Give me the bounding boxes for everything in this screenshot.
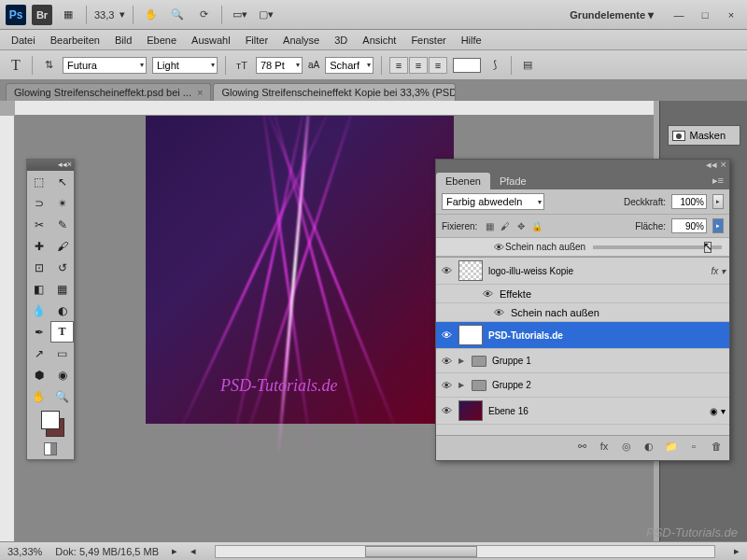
hand-tool-icon[interactable]: ✋ xyxy=(141,5,162,25)
status-doc-size[interactable]: Dok: 5,49 MB/16,5 MB xyxy=(55,546,159,557)
panel-menu-icon[interactable]: ▸≡ xyxy=(707,172,729,189)
masks-panel-button[interactable]: Masken xyxy=(668,125,740,146)
layer-row[interactable]: 👁 logo-illu-weiss Kopie fx ▾ xyxy=(436,258,729,285)
doc-tab-2[interactable]: Glowing Streifenscheineffekt Kopie bei 3… xyxy=(213,83,456,101)
layer-group-row[interactable]: 👁 ▶ Gruppe 2 xyxy=(436,373,729,398)
smart-filter-icon[interactable]: ◉ ▾ xyxy=(710,406,726,416)
layer-group-row[interactable]: 👁 ▶ Gruppe 1 xyxy=(436,349,729,373)
menu-datei[interactable]: Datei xyxy=(4,35,43,46)
panel-close-icon[interactable]: × xyxy=(721,159,726,170)
character-panel-icon[interactable]: ▤ xyxy=(519,57,536,74)
tab-pfade[interactable]: Pfade xyxy=(490,173,536,189)
healing-tool[interactable]: ✚ xyxy=(27,235,50,257)
stamp-tool[interactable]: ⊡ xyxy=(27,257,50,278)
new-group-icon[interactable]: 📁 xyxy=(664,439,679,454)
menu-3d[interactable]: 3D xyxy=(327,35,355,46)
menu-ebene[interactable]: Ebene xyxy=(139,35,184,46)
arrange-docs-icon[interactable]: ▭▾ xyxy=(230,5,250,25)
history-brush-tool[interactable]: ↺ xyxy=(50,257,74,278)
menu-hilfe[interactable]: Hilfe xyxy=(454,35,489,46)
visibility-icon[interactable]: 👁 xyxy=(481,288,494,300)
align-left-icon[interactable]: ≡ xyxy=(389,57,408,74)
fill-slider-popup[interactable]: 👁 Schein nach außen ↖ xyxy=(436,238,729,257)
marquee-tool[interactable]: ⬚ xyxy=(27,171,50,192)
expand-icon[interactable]: ▶ xyxy=(458,381,466,389)
visibility-icon[interactable]: 👁 xyxy=(440,356,453,367)
visibility-icon[interactable]: 👁 xyxy=(440,329,453,341)
fill-input[interactable]: 90% xyxy=(671,218,707,233)
visibility-icon[interactable]: 👁 xyxy=(492,242,505,253)
canvas[interactable]: PSD-Tutorials.de xyxy=(146,116,454,424)
layer-style-icon[interactable]: fx xyxy=(597,439,612,454)
type-tool[interactable]: T xyxy=(50,321,74,343)
minimize-icon[interactable]: — xyxy=(669,5,689,25)
lock-image-icon[interactable]: 🖌 xyxy=(499,219,512,232)
workspace-selector[interactable]: Grundelemente ▾ xyxy=(570,8,654,21)
doc-tab-1[interactable]: Glowing Streifenscheineffekt.psd bei ...… xyxy=(6,83,211,101)
zoom-level[interactable]: 33,3 xyxy=(94,9,114,21)
layer-thumbnail[interactable]: T xyxy=(458,325,483,345)
align-right-icon[interactable]: ≡ xyxy=(429,57,447,74)
warp-text-icon[interactable]: ⟆ xyxy=(486,57,503,74)
font-family-dropdown[interactable]: Futura xyxy=(63,57,147,74)
canvas-text[interactable]: PSD-Tutorials.de xyxy=(220,376,338,396)
font-size-dropdown[interactable]: 78 Pt xyxy=(256,57,303,74)
menu-bearbeiten[interactable]: Bearbeiten xyxy=(43,35,107,46)
maximize-icon[interactable]: □ xyxy=(695,5,715,25)
opacity-input[interactable]: 100% xyxy=(671,194,707,209)
fx-badge[interactable]: fx ▾ xyxy=(711,266,726,276)
lasso-tool[interactable]: ⊃ xyxy=(27,192,50,214)
link-layers-icon[interactable]: ⚯ xyxy=(574,439,589,454)
delete-layer-icon[interactable]: 🗑 xyxy=(709,439,724,454)
path-select-tool[interactable]: ↗ xyxy=(27,343,50,364)
hand-tool[interactable]: ✋ xyxy=(27,385,50,407)
screen-mode-icon[interactable]: ▢▾ xyxy=(256,5,276,25)
menu-filter[interactable]: Filter xyxy=(238,35,275,46)
status-zoom[interactable]: 33,33% xyxy=(7,546,42,557)
font-weight-dropdown[interactable]: Light xyxy=(152,57,218,74)
menu-ansicht[interactable]: Ansicht xyxy=(355,35,403,46)
layer-mask-icon[interactable]: ◎ xyxy=(619,439,634,454)
eraser-tool[interactable]: ◧ xyxy=(27,278,50,300)
shape-tool[interactable]: ▭ xyxy=(50,343,74,364)
bridge-logo[interactable]: Br xyxy=(32,5,52,25)
lock-transparency-icon[interactable]: ▦ xyxy=(483,219,496,232)
blur-tool[interactable]: 💧 xyxy=(27,300,50,321)
expand-icon[interactable]: ▶ xyxy=(458,357,466,365)
quick-mask-toggle[interactable] xyxy=(44,442,57,455)
visibility-icon[interactable]: 👁 xyxy=(492,307,505,318)
visibility-icon[interactable]: 👁 xyxy=(440,405,453,416)
antialias-dropdown[interactable]: Scharf xyxy=(325,57,374,74)
menu-auswahl[interactable]: Auswahl xyxy=(184,35,238,46)
move-tool[interactable]: ↖ xyxy=(50,171,74,192)
status-flyout-icon[interactable]: ▸ xyxy=(172,545,177,557)
gradient-tool[interactable]: ▦ xyxy=(50,278,74,300)
crop-tool[interactable]: ✂ xyxy=(27,214,50,235)
layer-thumbnail[interactable] xyxy=(458,260,483,281)
adjustment-layer-icon[interactable]: ◐ xyxy=(641,439,656,454)
foreground-color[interactable] xyxy=(41,411,60,429)
lock-all-icon[interactable]: 🔒 xyxy=(530,219,543,232)
panel-collapse-icon[interactable]: ◂◂ xyxy=(706,159,717,171)
scroll-right-icon[interactable]: ▸ xyxy=(734,545,740,557)
menu-fenster[interactable]: Fenster xyxy=(403,35,453,46)
3d-tool[interactable]: ⬢ xyxy=(27,364,50,385)
lock-position-icon[interactable]: ✥ xyxy=(514,219,528,232)
pen-tool[interactable]: ✒ xyxy=(27,321,50,343)
scroll-left-icon[interactable]: ◂ xyxy=(190,545,196,557)
dodge-tool[interactable]: ◐ xyxy=(50,300,74,321)
visibility-icon[interactable]: 👁 xyxy=(440,265,453,276)
effects-row[interactable]: 👁 Effekte xyxy=(436,285,729,303)
quick-select-tool[interactable]: ✴ xyxy=(50,192,74,214)
layer-thumbnail[interactable] xyxy=(458,400,483,421)
zoom-tool-icon[interactable]: 🔍 xyxy=(167,5,188,25)
blend-mode-dropdown[interactable]: Farbig abwedeln xyxy=(442,193,544,210)
3d-camera-tool[interactable]: ◉ xyxy=(50,364,74,385)
horizontal-scrollbar[interactable] xyxy=(215,545,715,558)
text-color-swatch[interactable] xyxy=(453,58,481,73)
scrollbar-thumb[interactable] xyxy=(365,546,477,557)
close-icon[interactable]: × xyxy=(721,5,741,25)
menu-bild[interactable]: Bild xyxy=(107,35,139,46)
color-swatches[interactable] xyxy=(27,407,74,459)
visibility-icon[interactable]: 👁 xyxy=(440,380,453,391)
